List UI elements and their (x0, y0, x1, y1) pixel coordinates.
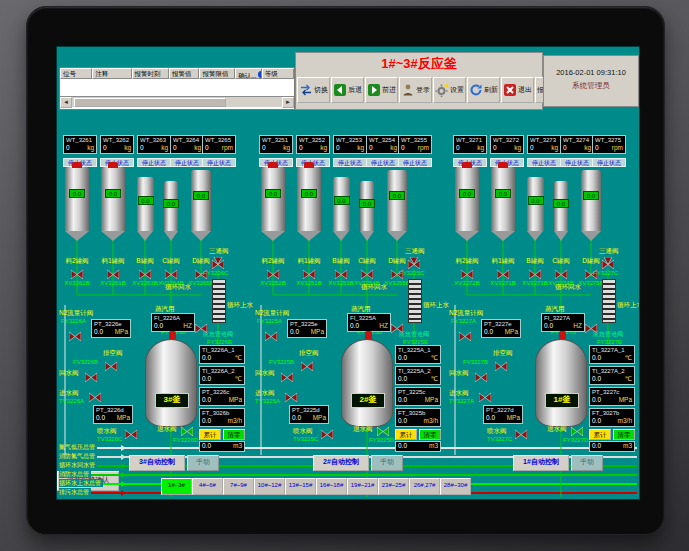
feed-valve-2[interactable] (139, 267, 151, 279)
spray-valve[interactable] (125, 427, 137, 439)
alarm-column-1[interactable]: 注释 (92, 68, 131, 79)
spray-valve[interactable] (515, 427, 527, 439)
scrollbar-thumb[interactable] (74, 98, 226, 107)
spray-valve[interactable] (321, 427, 333, 439)
feeder-weight-box-1-unit: kg (514, 144, 521, 152)
feed-valve-2[interactable] (529, 267, 541, 279)
inlet-valve[interactable] (89, 390, 101, 402)
temp-box-1-unit: ℃ (625, 354, 632, 362)
nav-button-1[interactable]: 4#~6# (192, 478, 223, 495)
feed-valve-1[interactable] (107, 267, 119, 279)
manual-mode-button-2#[interactable]: 手动 (371, 455, 403, 471)
tank-cap (72, 162, 82, 168)
vent-valve[interactable] (105, 359, 117, 371)
manual-mode-button-3#[interactable]: 手动 (187, 455, 219, 471)
auto-control-button-2#[interactable]: 2#自动控制 (313, 455, 369, 471)
nav-button-0[interactable]: 1#~3# (161, 478, 192, 495)
nav-button-4[interactable]: 13#~15# (285, 478, 316, 495)
three-way-valve[interactable] (212, 257, 224, 269)
nav-button-8[interactable]: 26#,27# (409, 478, 440, 495)
outlet-valve[interactable] (377, 424, 389, 436)
pressure-box-right-value-row: 0.0MPa (396, 396, 440, 405)
feeder-weight-box-0-value-row: 0kg (64, 144, 96, 153)
tank-level-display: 0.0 (334, 196, 350, 205)
feeder-weight-box-3-tag: WT_3264 (171, 136, 203, 144)
return-valve[interactable] (281, 370, 293, 382)
feeder-weight-box-4-value-row: 0rpm (593, 144, 625, 153)
alarm-scrollbar[interactable]: ◄ ► (60, 96, 294, 107)
auto-control-button-1#[interactable]: 1#自动控制 (513, 455, 569, 471)
nav-button-9[interactable]: 28#~30# (440, 478, 471, 495)
login-button-label: 登录 (416, 85, 430, 95)
vent-valve[interactable] (301, 359, 313, 371)
agitator-box-value: 0.0 (350, 322, 359, 330)
alarm-column-4[interactable]: 报警限值 (199, 68, 235, 79)
n2-flow-valve[interactable] (69, 329, 81, 341)
return-valve[interactable] (475, 370, 487, 382)
feed-valve-0[interactable] (267, 267, 279, 279)
clear-button[interactable]: 清零 (223, 429, 245, 440)
inlet-valve[interactable] (285, 390, 297, 402)
nav-button-7[interactable]: 23#~25# (378, 478, 409, 495)
forward-button[interactable]: 前进 (365, 77, 398, 103)
pressure-box-bottom-value-row: 0.0MPa (94, 414, 132, 423)
inlet-valve[interactable] (479, 390, 491, 402)
scroll-right-icon[interactable]: ► (282, 97, 294, 108)
feeder-weight-box-2-value: 0 (336, 144, 340, 152)
three-way-valve[interactable] (408, 257, 420, 269)
alarm-column-3[interactable]: 报警值 (169, 68, 199, 79)
return-valve[interactable] (85, 370, 97, 382)
inlet-valve-tag: TV3227A (449, 398, 474, 405)
tank-level-display: 0.0 (105, 189, 121, 198)
vent-valve[interactable] (495, 359, 507, 371)
feeder-weight-box-0-unit: kg (87, 144, 94, 152)
exit-button[interactable]: 退出 (501, 77, 534, 103)
feed-valve-1[interactable] (497, 267, 509, 279)
nav-button-6[interactable]: 19#~21# (347, 478, 378, 495)
tank-level-display: 0.0 (459, 189, 475, 198)
login-button[interactable]: 登录 (399, 77, 432, 103)
manual-mode-button-1#[interactable]: 手动 (571, 455, 603, 471)
nav-button-2[interactable]: 7#~9# (223, 478, 254, 495)
scroll-left-icon[interactable]: ◄ (60, 97, 72, 108)
feed-valve-0[interactable] (461, 267, 473, 279)
feed-valve-2[interactable] (335, 267, 347, 279)
totalizer-button[interactable]: 累计 (589, 429, 611, 440)
alarm-column-6[interactable]: 等级 (262, 68, 294, 79)
refresh-button[interactable]: 刷新 (467, 77, 500, 103)
feed-valve-1[interactable] (303, 267, 315, 279)
nav-button-5[interactable]: 16#~18# (316, 478, 347, 495)
outlet-valve[interactable] (571, 424, 583, 436)
three-way-valve[interactable] (602, 257, 614, 269)
feed-valve-3[interactable] (361, 267, 373, 279)
totalizer-button[interactable]: 累计 (199, 429, 221, 440)
clear-button[interactable]: 清零 (419, 429, 441, 440)
outlet-valve[interactable] (181, 424, 193, 436)
refresh-button-label: 刷新 (484, 85, 498, 95)
feed-valve-3[interactable] (555, 267, 567, 279)
n2-flow-valve[interactable] (265, 329, 277, 341)
totalizer-box-value: 0.0 (592, 442, 601, 450)
alarm-column-5[interactable]: 确认... (235, 68, 262, 79)
toolbar: 切换后退前进登录设置刷新退出报警确认 (296, 75, 542, 103)
alarm-column-2[interactable]: 报警时刻 (132, 68, 170, 79)
clear-button[interactable]: 清零 (613, 429, 635, 440)
n2-flow-valve[interactable] (459, 329, 471, 341)
auto-control-button-3#[interactable]: 3#自动控制 (129, 455, 185, 471)
totalizer-box-unit: m3 (623, 442, 632, 450)
totalizer-button[interactable]: 累计 (395, 429, 417, 440)
inlet-valve-tag: TV3225A (255, 398, 280, 405)
back-button[interactable]: 后退 (331, 77, 364, 103)
switch-button[interactable]: 切换 (297, 77, 330, 103)
temp-box-2-tag: TI_3227A_2 (590, 367, 634, 375)
feeder-weight-box-2: WT_32630kg (137, 135, 171, 154)
feeder-weight-box-3-unit: kg (584, 144, 591, 152)
pressure-box-left-value: 0.0 (290, 328, 299, 336)
nav-button-3[interactable]: 10#~12# (254, 478, 285, 495)
settings-button[interactable]: 设置 (433, 77, 466, 103)
feed-valve-0[interactable] (71, 267, 83, 279)
feed-valve-3[interactable] (165, 267, 177, 279)
tank-cone (297, 231, 321, 241)
pressure-box-left: PT_3227e0.0MPa (481, 319, 521, 338)
alarm-column-0[interactable]: 位号 (60, 68, 92, 79)
